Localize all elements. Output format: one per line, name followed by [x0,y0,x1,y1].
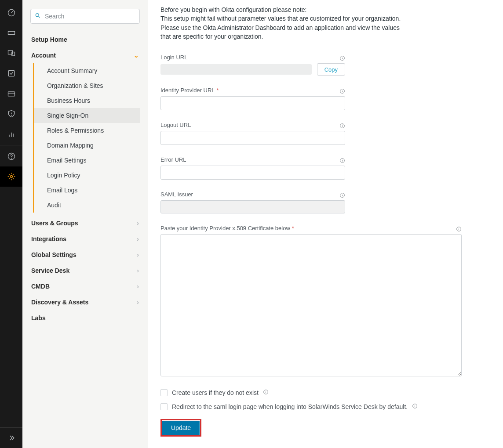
info-icon[interactable] [339,55,345,62]
field-login-url: Login URL Copy [160,54,485,76]
svg-point-9 [36,14,39,17]
rail-settings-icon[interactable] [0,166,22,187]
field-idp-url: Identity Provider URL* [160,87,485,110]
sidebar-service-desk[interactable]: Service Desk › [30,263,140,278]
info-icon[interactable] [339,123,345,130]
svg-rect-4 [8,92,15,96]
create-users-label: Create users if they do not exist [172,389,259,396]
create-users-row: Create users if they do not exist [160,389,485,396]
info-icon[interactable] [263,389,269,396]
search-wrap [30,9,140,24]
saml-issuer-label: SAML Issuer [160,191,193,198]
error-url-input[interactable] [160,166,345,180]
search-icon [35,13,41,20]
info-icon[interactable] [412,403,418,410]
sidebar-item-account-summary[interactable]: Account Summary [34,63,140,78]
copy-button[interactable]: Copy [317,63,345,76]
svg-point-7 [11,158,11,159]
sidebar-setup-home[interactable]: Setup Home [30,32,140,47]
chevron-down-icon: ⌄ [134,52,139,59]
sidebar-labs[interactable]: Labs [30,310,140,326]
main-content: Before you begin with Okta configuration… [148,0,503,448]
sidebar-discovery-assets[interactable]: Discovery & Assets › [30,294,140,310]
certificate-textarea[interactable] [160,234,462,376]
chevron-right-icon: › [137,267,139,274]
rail-ticket-icon[interactable] [0,23,22,43]
login-url-input [160,64,312,75]
svg-rect-2 [11,52,15,56]
login-url-label: Login URL [160,54,187,61]
sidebar-item-email-settings[interactable]: Email Settings [34,153,140,168]
sidebar-item-organization-sites[interactable]: Organization & Sites [34,78,140,93]
rail-dashboard-icon[interactable] [0,3,22,23]
rail-help-icon[interactable] [0,146,22,166]
rail-divider [0,145,22,145]
sidebar-item-email-logs[interactable]: Email Logs [34,183,140,198]
rail-shield-icon[interactable] [0,104,22,124]
sidebar-item-business-hours[interactable]: Business Hours [34,93,140,108]
sidebar-item-login-policy[interactable]: Login Policy [34,168,140,183]
redirect-label: Redirect to the saml login page when log… [172,403,408,410]
sidebar-service-desk-label: Service Desk [31,267,69,274]
sidebar-setup-home-label: Setup Home [31,36,67,43]
chevron-right-icon: › [137,299,139,306]
sidebar-integrations-label: Integrations [31,235,66,242]
chevron-right-icon: › [137,251,139,258]
rail-card-icon[interactable] [0,83,22,104]
intro-text: Before you begin with Okta configuration… [160,5,407,41]
sidebar-labs-label: Labs [31,314,46,322]
sidebar-users-groups-label: Users & Groups [31,220,78,227]
sidebar-discovery-assets-label: Discovery & Assets [31,299,88,306]
rail-expand-icon[interactable] [0,428,22,448]
field-saml-issuer: SAML Issuer [160,191,485,213]
chevron-right-icon: › [137,220,139,227]
field-certificate: Paste your Identity Provider x.509 Certi… [160,225,485,378]
logout-url-input[interactable] [160,131,345,145]
field-error-url: Error URL [160,156,485,180]
idp-url-label: Identity Provider URL* [160,87,219,94]
sidebar-account[interactable]: Account ⌄ [30,47,140,63]
sidebar-users-groups[interactable]: Users & Groups › [30,215,140,231]
info-icon[interactable] [339,158,345,165]
info-icon[interactable] [339,192,345,199]
sidebar-account-sublist: Account Summary Organization & Sites Bus… [33,63,140,213]
update-highlight: Update [160,419,201,437]
chevron-right-icon: › [137,235,139,242]
sidebar-account-label: Account [31,52,56,59]
redirect-row: Redirect to the saml login page when log… [160,403,485,410]
svg-point-8 [10,176,12,178]
redirect-checkbox[interactable] [160,403,168,410]
info-icon[interactable] [456,226,462,233]
sidebar-global-settings-label: Global Settings [31,251,77,258]
rail-check-icon[interactable] [0,63,22,83]
sidebar-item-single-sign-on[interactable]: Single Sign-On [34,108,140,123]
sidebar-integrations[interactable]: Integrations › [30,231,140,247]
rail-analytics-icon[interactable] [0,124,22,144]
chevron-right-icon: › [137,283,139,290]
sidebar-cmdb[interactable]: CMDB › [30,278,140,294]
sidebar-global-settings[interactable]: Global Settings › [30,247,140,263]
create-users-checkbox[interactable] [160,389,168,396]
sidebar-cmdb-label: CMDB [31,283,50,290]
sidebar-item-audit[interactable]: Audit [34,198,140,213]
info-icon[interactable] [339,88,345,95]
svg-point-5 [11,115,11,116]
saml-issuer-input [160,200,345,213]
search-input[interactable] [30,9,140,24]
sidebar: Setup Home Account ⌄ Account Summary Org… [22,0,148,448]
sidebar-item-domain-mapping[interactable]: Domain Mapping [34,138,140,153]
svg-rect-3 [8,70,14,76]
logout-url-label: Logout URL [160,122,191,128]
field-logout-url: Logout URL [160,122,485,145]
rail-devices-icon[interactable] [0,43,22,63]
certificate-label: Paste your Identity Provider x.509 Certi… [160,225,294,231]
update-button[interactable]: Update [162,421,200,435]
error-url-label: Error URL [160,156,186,163]
icon-rail [0,0,22,448]
idp-url-input[interactable] [160,96,345,110]
sidebar-item-roles-permissions[interactable]: Roles & Permissions [34,123,140,138]
